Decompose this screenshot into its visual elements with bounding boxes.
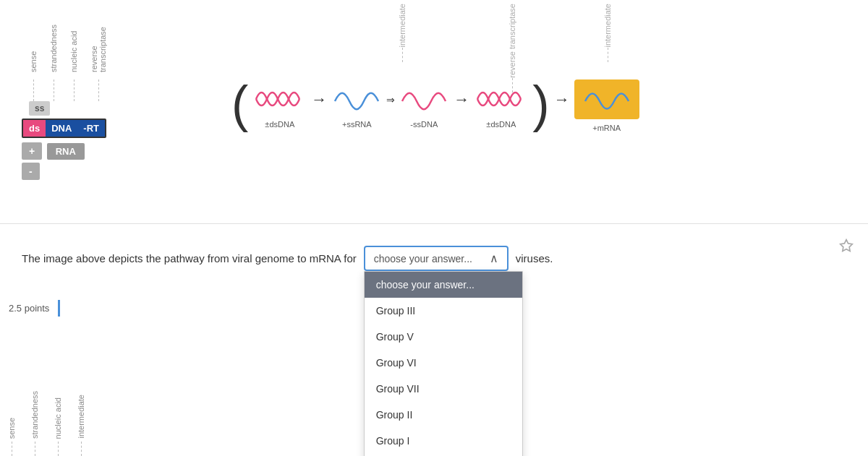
chevron-up-icon: ∧ bbox=[490, 251, 498, 265]
dna-box: DNA bbox=[46, 120, 77, 137]
label-strandedness: strandedness bbox=[49, 7, 58, 79]
dropdown-item-group7[interactable]: Group VII bbox=[365, 376, 522, 402]
top-label-reverse-trans: reverse transcriptase bbox=[508, 4, 516, 78]
ss-box: ss bbox=[29, 101, 50, 116]
step-label-ssDNA: -ssDNA bbox=[410, 120, 438, 129]
top-section: sense strandedness nucleic acid reverse … bbox=[0, 0, 868, 224]
step-mRNA: +mRNA bbox=[574, 79, 639, 132]
question-text: The image above depicts the pathway from… bbox=[22, 246, 846, 271]
taxonomy-panel: sense strandedness nucleic acid reverse … bbox=[7, 0, 181, 223]
bottom-label-intermediate: intermediate bbox=[77, 395, 85, 439]
step-label-mRNA: +mRNA bbox=[592, 124, 621, 132]
dropdown-menu: choose your answer... Group III Group V … bbox=[364, 271, 523, 456]
bracket-close: ) bbox=[532, 79, 549, 129]
label-nucleic-acid: nucleic acid bbox=[69, 7, 78, 79]
dropdown-trigger[interactable]: choose your answer... ∧ bbox=[364, 246, 509, 271]
arrow-3: → bbox=[554, 90, 570, 109]
bottom-label-nucleic-acid: nucleic acid bbox=[54, 397, 62, 439]
pathway-wrapper: intermediate reverse transcriptase inter… bbox=[203, 0, 868, 223]
step-label-dsDNA-2: ±dsDNA bbox=[486, 120, 516, 129]
dropdown-value: choose your answer... bbox=[374, 253, 472, 264]
step-ssRNA: +ssRNA bbox=[331, 83, 382, 129]
question-after: viruses. bbox=[516, 252, 553, 264]
arrow-1: → bbox=[311, 90, 327, 109]
dropdown-item-placeholder[interactable]: choose your answer... bbox=[365, 272, 522, 298]
label-reverse-transcriptase: reverse transcriptase bbox=[90, 7, 107, 79]
dropdown-item-group3[interactable]: Group III bbox=[365, 298, 522, 324]
bottom-label-sense: sense bbox=[7, 418, 16, 439]
step-label-ssRNA: +ssRNA bbox=[342, 120, 372, 129]
step-label-dsDNA-1: ±dsDNA bbox=[265, 120, 294, 129]
minus-box: - bbox=[22, 163, 40, 180]
step-dsDNA-2: ±dsDNA bbox=[474, 83, 528, 129]
multi-arrow: ⇒ bbox=[386, 94, 394, 106]
pin-icon[interactable] bbox=[839, 238, 854, 257]
top-label-intermediate-2: intermediate bbox=[603, 4, 612, 48]
ds-box: ds bbox=[23, 120, 46, 137]
step-ssDNA: -ssDNA bbox=[399, 83, 449, 129]
question-before: The image above depicts the pathway from… bbox=[22, 252, 357, 264]
dropdown-item-group6[interactable]: Group VI bbox=[365, 350, 522, 376]
dropdown-item-group5[interactable]: Group V bbox=[365, 324, 522, 350]
dropdown-item-group2[interactable]: Group II bbox=[365, 402, 522, 428]
bracket-open: ( bbox=[231, 79, 248, 129]
bottom-label-strandedness: strandedness bbox=[30, 391, 39, 439]
top-label-intermediate-1: intermediate bbox=[398, 4, 407, 48]
plus-box: + bbox=[22, 142, 42, 160]
step-dsDNA-1: ±dsDNA bbox=[252, 83, 307, 129]
rt-box: -RT bbox=[77, 120, 105, 137]
bottom-section: sense strandedness nucleic acid intermed… bbox=[0, 297, 289, 456]
label-sense: sense bbox=[29, 7, 38, 79]
arrow-2: → bbox=[454, 90, 469, 109]
rna-box: RNA bbox=[47, 143, 85, 160]
dropdown-container[interactable]: choose your answer... ∧ choose your answ… bbox=[364, 246, 509, 271]
dropdown-item-group1[interactable]: Group I bbox=[365, 428, 522, 454]
